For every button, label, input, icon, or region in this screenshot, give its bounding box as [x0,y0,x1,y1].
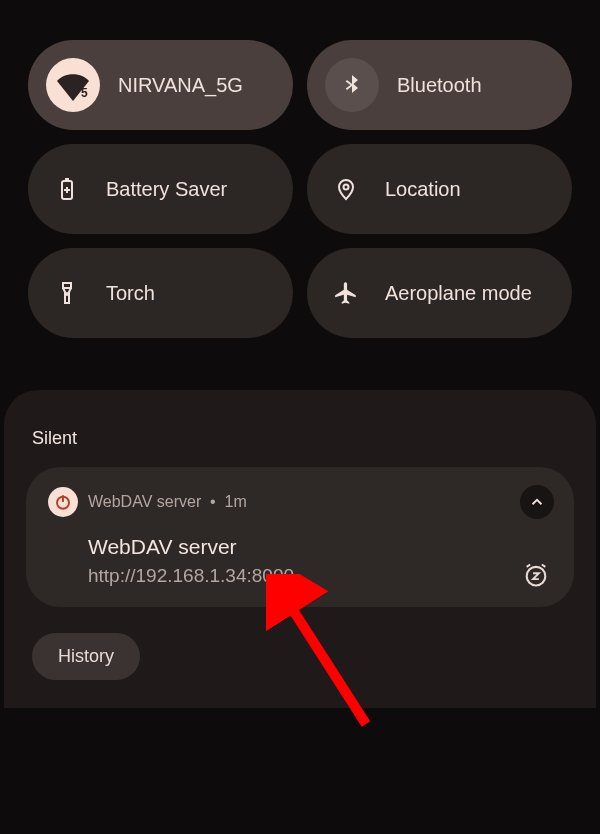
collapse-button[interactable] [520,485,554,519]
qs-tile-location[interactable]: Location [307,144,572,234]
quick-settings-grid: 5 NIRVANA_5G Bluetooth Battery Saver Loc… [0,0,600,360]
section-header-silent: Silent [32,428,574,449]
qs-label: Aeroplane mode [385,282,532,305]
bluetooth-icon [325,58,379,112]
svg-point-5 [344,185,349,190]
qs-tile-bluetooth[interactable]: Bluetooth [307,40,572,130]
notification-text: http://192.168.1.34:8000 [88,565,552,587]
qs-label: Bluetooth [397,74,482,97]
qs-label: NIRVANA_5G [118,74,243,97]
svg-text:5: 5 [81,86,88,100]
svg-point-7 [66,293,68,295]
airplane-icon [325,266,367,320]
qs-tile-aeroplane[interactable]: Aeroplane mode [307,248,572,338]
history-button[interactable]: History [32,633,140,680]
notification-app-name: WebDAV server • 1m [88,493,247,511]
qs-label: Battery Saver [106,178,227,201]
qs-label: Location [385,178,461,201]
svg-rect-6 [63,283,71,288]
torch-icon [46,266,88,320]
power-icon [48,487,78,517]
snooze-icon[interactable] [518,557,554,593]
qs-tile-battery-saver[interactable]: Battery Saver [28,144,293,234]
location-icon [325,162,367,216]
notification-panel: Silent WebDAV server • 1m WebDAV server … [4,390,596,708]
qs-tile-wifi[interactable]: 5 NIRVANA_5G [28,40,293,130]
notification-title: WebDAV server [88,535,552,559]
battery-icon [46,162,88,216]
notification-card[interactable]: WebDAV server • 1m WebDAV server http://… [26,467,574,607]
qs-label: Torch [106,282,155,305]
qs-tile-torch[interactable]: Torch [28,248,293,338]
wifi-icon: 5 [46,58,100,112]
